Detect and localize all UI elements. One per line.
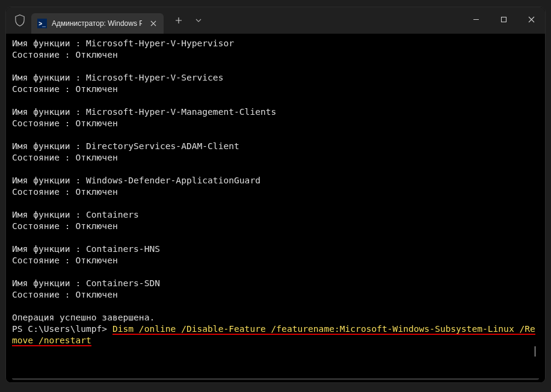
cursor: [535, 346, 535, 357]
powershell-icon: >_: [37, 19, 47, 28]
chevron-down-icon: [195, 19, 202, 22]
tab-active[interactable]: >_ Администратор: Windows Po: [31, 13, 164, 34]
terminal-window: >_ Администратор: Windows Po: [6, 7, 545, 382]
new-tab-button[interactable]: [170, 11, 188, 29]
terminal-body[interactable]: Имя функции : Microsoft-Hyper-V-Hypervis…: [6, 34, 545, 382]
titlebar: >_ Администратор: Windows Po: [6, 7, 545, 34]
plus-icon: [175, 17, 182, 24]
close-window-button[interactable]: [517, 7, 545, 31]
window-controls: [462, 7, 545, 31]
tab-dropdown-button[interactable]: [191, 11, 206, 29]
terminal-output: Имя функции : Microsoft-Hyper-V-Hypervis…: [12, 37, 539, 357]
admin-shield-icon: [14, 14, 25, 26]
tab-title: Администратор: Windows Po: [52, 19, 142, 28]
svg-rect-5: [501, 17, 506, 22]
close-icon: [150, 20, 156, 26]
minimize-icon: [473, 16, 479, 23]
tab-close-button[interactable]: [147, 17, 160, 30]
maximize-button[interactable]: [490, 7, 517, 31]
window-bottom-edge: [12, 378, 539, 380]
minimize-button[interactable]: [462, 7, 490, 31]
maximize-icon: [500, 16, 507, 23]
close-icon: [528, 16, 535, 23]
command-input: Dism /online /Disable-Feature /featurena…: [12, 323, 535, 346]
